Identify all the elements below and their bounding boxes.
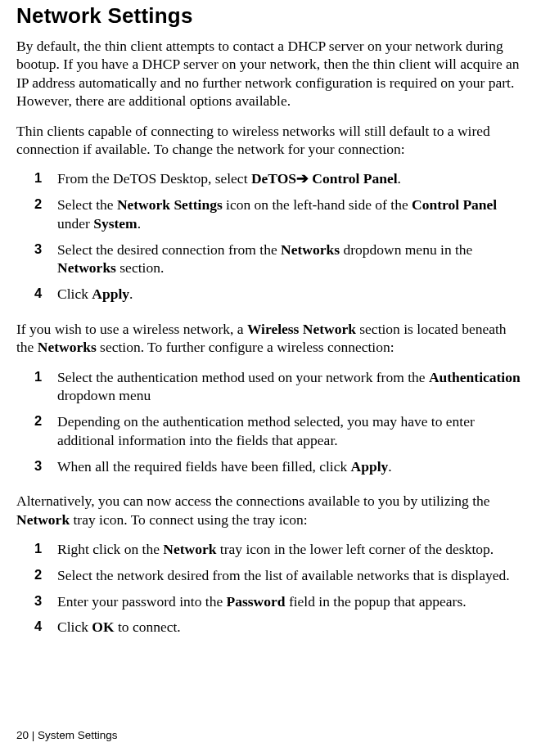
intro-paragraph-2: Thin clients capable of connecting to wi…	[16, 122, 525, 159]
list-number: 3	[34, 241, 57, 278]
list-item: 2 Depending on the authentication method…	[34, 412, 525, 450]
list-item: 2 Select the Network Settings icon on th…	[34, 196, 525, 233]
list-number: 3	[34, 457, 57, 476]
steps-list-3: 1 Right click on the Network tray icon i…	[34, 540, 525, 637]
list-number: 1	[34, 169, 57, 188]
list-item: 1 From the DeTOS Desktop, select DeTOS➔ …	[34, 169, 525, 188]
list-number: 1	[34, 368, 57, 406]
list-text: When all the required fields have been f…	[57, 457, 525, 476]
list-number: 2	[34, 412, 57, 450]
steps-list-2: 1 Select the authentication method used …	[34, 368, 525, 476]
list-item: 3 Select the desired connection from the…	[34, 241, 525, 278]
list-text: Click OK to connect.	[57, 618, 525, 637]
wireless-paragraph: If you wish to use a wireless network, a…	[16, 320, 525, 357]
list-item: 1 Select the authentication method used …	[34, 368, 525, 406]
list-text: Right click on the Network tray icon in …	[57, 540, 525, 559]
list-text: Depending on the authentication method s…	[57, 412, 525, 450]
list-item: 3 When all the required fields have been…	[34, 457, 525, 476]
list-text: Select the desired connection from the N…	[57, 241, 525, 278]
intro-paragraph-1: By default, the thin client attempts to …	[16, 37, 525, 110]
list-text: Enter your password into the Password fi…	[57, 592, 525, 611]
list-text: Select the Network Settings icon on the …	[57, 196, 525, 233]
list-number: 4	[34, 285, 57, 304]
page-title: Network Settings	[16, 3, 525, 29]
list-number: 2	[34, 566, 57, 585]
tray-paragraph: Alternatively, you can now access the co…	[16, 492, 525, 529]
list-item: 3 Enter your password into the Password …	[34, 592, 525, 611]
list-text: Select the authentication method used on…	[57, 368, 525, 406]
list-text: Select the network desired from the list…	[57, 566, 525, 585]
right-arrow-icon: ➔	[296, 170, 309, 187]
list-text: From the DeTOS Desktop, select DeTOS➔ Co…	[57, 169, 525, 188]
list-number: 2	[34, 196, 57, 233]
list-number: 1	[34, 540, 57, 559]
page-footer: 20 | System Settings	[16, 729, 118, 741]
list-item: 4 Click Apply.	[34, 285, 525, 304]
list-item: 2 Select the network desired from the li…	[34, 566, 525, 585]
list-text: Click Apply.	[57, 285, 525, 304]
list-number: 3	[34, 592, 57, 611]
steps-list-1: 1 From the DeTOS Desktop, select DeTOS➔ …	[34, 169, 525, 304]
list-item: 1 Right click on the Network tray icon i…	[34, 540, 525, 559]
list-item: 4 Click OK to connect.	[34, 618, 525, 637]
list-number: 4	[34, 618, 57, 637]
